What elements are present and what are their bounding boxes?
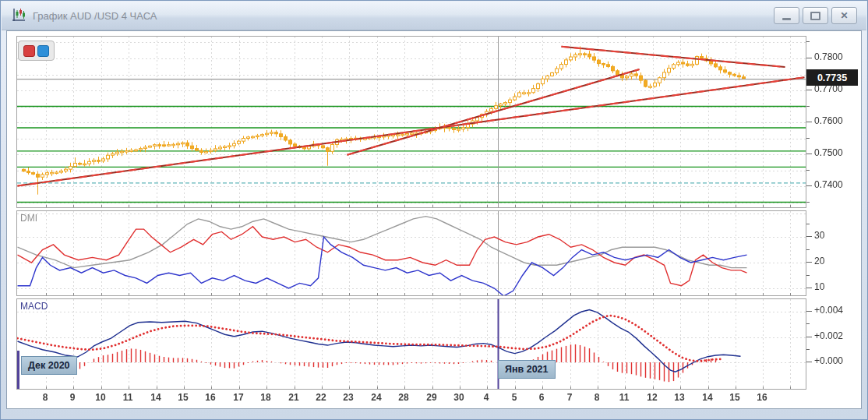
month-badge-dec-2020: Дек 2020 xyxy=(21,356,77,375)
current-price-badge: 0.7735 xyxy=(806,69,858,86)
restore-button[interactable] xyxy=(803,7,828,24)
chart-style-toolbar xyxy=(18,41,55,61)
chart-window: График AUD /USD 4 ЧАСА ✕ DMI MACD 0.7735… xyxy=(0,0,868,420)
title-bar[interactable]: График AUD /USD 4 ЧАСА ✕ xyxy=(2,2,866,30)
dmi-indicator-canvas[interactable] xyxy=(16,210,806,296)
close-icon: ✕ xyxy=(840,11,848,20)
minimize-icon xyxy=(782,18,791,20)
window-controls: ✕ xyxy=(774,7,857,24)
window-title: График AUD /USD 4 ЧАСА xyxy=(33,10,157,22)
month-badge-jan-2021: Янв 2021 xyxy=(498,360,556,379)
red-style-button[interactable] xyxy=(23,45,35,57)
dmi-panel-label: DMI xyxy=(20,213,37,224)
restore-icon xyxy=(810,12,820,20)
macd-panel-label: MACD xyxy=(20,301,48,312)
candlestick-chart-icon xyxy=(11,8,26,23)
close-button[interactable]: ✕ xyxy=(831,7,857,24)
blue-style-button[interactable] xyxy=(37,45,49,57)
minimize-button[interactable] xyxy=(774,7,799,24)
price-chart-canvas[interactable] xyxy=(16,36,806,208)
macd-indicator-canvas[interactable] xyxy=(16,298,806,390)
